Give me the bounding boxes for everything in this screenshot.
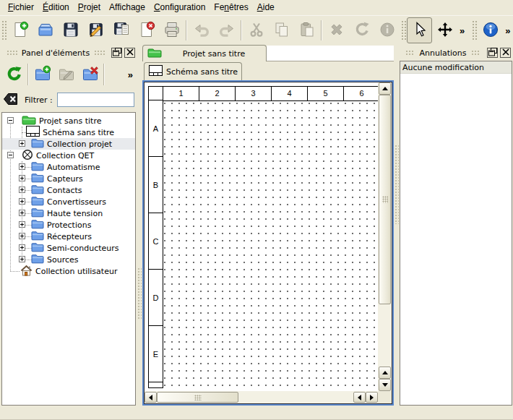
tree-item-automatisme[interactable]: Automatisme — [2, 161, 135, 173]
folder-delete-button[interactable] — [78, 62, 102, 87]
move-icon — [436, 21, 454, 40]
schema-canvas[interactable]: 123456 ABCDE — [145, 82, 378, 391]
save-all-button[interactable] — [108, 17, 134, 43]
tree-item-schema-sans-titre[interactable]: Schéma sans titre — [2, 127, 135, 138]
tree-item-contacts[interactable]: Contacts — [2, 184, 135, 196]
toolbar-overflow-button[interactable]: » — [457, 25, 467, 36]
redo-button[interactable] — [214, 17, 239, 43]
toolbar-drag-handle[interactable] — [1, 20, 7, 41]
horizontal-scroll-thumb[interactable] — [157, 392, 238, 403]
tree-item-label: Schéma sans titre — [43, 128, 114, 137]
refresh-button[interactable] — [2, 62, 26, 87]
grid-row-partial — [148, 382, 163, 388]
tree-expander-plus[interactable] — [19, 198, 25, 205]
float-undo-panel-button[interactable] — [487, 48, 498, 58]
tree-item-collection-utilisateur[interactable]: Collection utilisateur — [2, 265, 135, 277]
tab-schema[interactable]: Schéma sans titre — [144, 62, 242, 80]
undo-list-item[interactable]: Aucune modification — [400, 61, 512, 74]
tree-expander-plus[interactable] — [19, 244, 25, 251]
menu-fichier[interactable]: Fichier — [4, 0, 38, 15]
project-tabbar: Projet sans titre — [142, 45, 394, 61]
close-undo-panel-button[interactable] — [500, 48, 511, 58]
info-blue-button[interactable] — [478, 17, 503, 43]
folder-edit-button[interactable] — [54, 62, 78, 87]
menu-aide[interactable]: Aide — [253, 0, 279, 15]
tree-item-protections[interactable]: Protections — [2, 219, 135, 231]
toolbar-separator — [321, 20, 322, 40]
tree-expander-plus[interactable] — [19, 140, 25, 147]
tree-item-capteurs[interactable]: Capteurs — [2, 173, 135, 184]
vertical-scroll-thumb[interactable] — [379, 95, 391, 304]
menu-edition[interactable]: Édition — [38, 0, 74, 15]
info-button[interactable] — [374, 17, 400, 43]
menu-configuration[interactable]: Configuration — [150, 0, 210, 15]
filter-input[interactable] — [57, 93, 134, 107]
tree-expander-plus[interactable] — [19, 187, 25, 193]
panel-toolbar-overflow[interactable]: » — [128, 69, 133, 80]
delete-button[interactable] — [324, 17, 349, 43]
folder-new-button[interactable] — [30, 62, 54, 87]
tree-item-collection-qet[interactable]: Collection QET — [2, 150, 135, 161]
vertical-scrollbar[interactable] — [378, 82, 392, 391]
elements-panel-dock: Panel d'éléments » Filtrer : Projet sans… — [0, 45, 137, 406]
move-button[interactable] — [432, 17, 457, 43]
menu-fenetres[interactable]: Fenêtres — [210, 0, 252, 15]
tree-expander-minus[interactable] — [7, 117, 14, 124]
scroll-up-button-2[interactable] — [379, 367, 391, 379]
tree-expander-plus[interactable] — [19, 233, 25, 239]
close-file-icon — [138, 21, 155, 40]
info-icon — [379, 21, 396, 40]
scroll-left-button-2[interactable] — [353, 392, 366, 403]
tree-expander-plus[interactable] — [19, 221, 25, 228]
grid-corner-cell — [148, 86, 163, 101]
toolbar-separator — [103, 64, 105, 85]
scroll-right-button[interactable] — [366, 392, 378, 403]
copy-button[interactable] — [269, 17, 294, 43]
splitter-left[interactable] — [137, 267, 142, 320]
save-icon — [62, 21, 79, 40]
close-panel-button[interactable] — [124, 48, 135, 58]
float-panel-button[interactable] — [111, 48, 122, 58]
tree-item-recepteurs[interactable]: Récepteurs — [2, 231, 135, 242]
paste-button[interactable] — [294, 17, 319, 43]
toolbar-overflow-button-2[interactable]: » — [503, 25, 512, 36]
toolbar-drag-handle-3[interactable] — [471, 20, 477, 41]
menu-affichage[interactable]: Affichage — [105, 0, 150, 15]
copy-icon — [273, 21, 290, 40]
tree-expander-plus[interactable] — [19, 175, 25, 181]
new-file-icon — [12, 21, 29, 40]
save-button[interactable] — [58, 17, 83, 43]
tree-item-semi-conducteurs[interactable]: Semi-conducteurs — [2, 242, 135, 254]
menu-bar: FichierÉditionProjetAffichageConfigurati… — [0, 0, 513, 16]
tree-item-projet-sans-titre[interactable]: Projet sans titre — [2, 115, 135, 127]
folder-delete-icon — [82, 65, 99, 85]
menu-projet[interactable]: Projet — [74, 0, 105, 15]
tab-project[interactable]: Projet sans titre — [142, 45, 267, 61]
application-window: FichierÉditionProjetAffichageConfigurati… — [0, 0, 513, 420]
print-button[interactable] — [159, 17, 184, 43]
horizontal-scrollbar[interactable] — [145, 391, 378, 403]
scroll-up-button[interactable] — [379, 82, 391, 95]
new-file-button[interactable] — [7, 17, 33, 43]
cursor-button[interactable] — [407, 17, 432, 43]
tree-item-convertisseurs[interactable]: Convertisseurs — [2, 196, 135, 207]
open-file-button[interactable] — [33, 17, 58, 43]
save-as-button[interactable] — [83, 17, 108, 43]
cut-button[interactable] — [243, 17, 269, 43]
close-file-button[interactable] — [134, 17, 159, 43]
tree-item-label: Collection projet — [47, 140, 112, 149]
tree-item-haute-tension[interactable]: Haute tension — [2, 207, 135, 219]
toolbar-drag-handle-2[interactable] — [400, 20, 406, 41]
tree-expander-plus[interactable] — [19, 210, 25, 216]
grid-column-6: 6 — [343, 86, 378, 101]
undo-button[interactable] — [189, 17, 214, 43]
tree-expander-plus[interactable] — [19, 163, 25, 170]
save-as-icon — [87, 21, 105, 40]
rotate-button[interactable] — [349, 17, 374, 43]
tree-expander-plus[interactable] — [19, 256, 25, 262]
scroll-down-button[interactable] — [379, 379, 391, 391]
scroll-left-button[interactable] — [145, 392, 157, 403]
clear-filter-button[interactable] — [3, 92, 19, 108]
grid-column-headers: 123456 — [148, 86, 378, 101]
tree-expander-minus[interactable] — [7, 152, 14, 158]
